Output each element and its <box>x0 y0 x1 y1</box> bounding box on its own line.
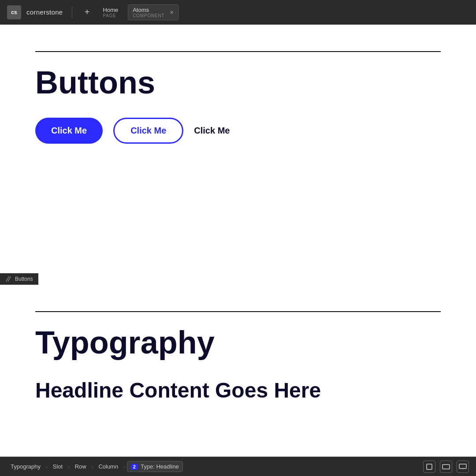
buttons-component-label: Buttons <box>0 273 38 285</box>
hatch-pattern-icon <box>5 275 12 283</box>
tab-atoms-label: Atoms <box>133 7 164 13</box>
view-desktop-button[interactable] <box>457 461 469 473</box>
type-badge[interactable]: 2 Type: Headline <box>127 461 183 472</box>
breadcrumb-typography[interactable]: Typography <box>7 461 44 472</box>
type-badge-number: 2 <box>131 464 138 470</box>
typography-content-area: Typography Headline Content Goes Here <box>0 285 476 416</box>
buttons-content-area: Buttons Click Me Click Me Click Me <box>0 25 476 161</box>
logo-icon: cs <box>7 5 21 19</box>
view-tablet-button[interactable] <box>440 461 452 473</box>
component-label-text: Buttons <box>15 276 33 282</box>
breadcrumb-column[interactable]: Column <box>95 461 122 472</box>
canvas-buttons-section: Buttons Click Me Click Me Click Me Butto… <box>0 25 476 285</box>
breadcrumb-row[interactable]: Row <box>71 461 90 472</box>
desktop-view-icon <box>459 464 467 470</box>
typography-top-rule <box>35 311 441 312</box>
canvas-typography-section: Typography Headline Content Goes Here <box>0 285 476 457</box>
add-tab-button[interactable]: + <box>81 6 93 19</box>
type-badge-label: Type: Headline <box>141 463 179 470</box>
bottom-icons-group <box>423 461 469 473</box>
section-top-rule <box>35 51 441 52</box>
mobile-view-icon <box>426 464 432 470</box>
primary-button[interactable]: Click Me <box>35 118 103 144</box>
breadcrumb-slot[interactable]: Slot <box>49 461 66 472</box>
typography-section-heading: Typography <box>35 325 441 360</box>
tab-atoms[interactable]: Atoms COMPONENT × <box>128 4 178 20</box>
tab-atoms-sublabel: COMPONENT <box>133 13 164 18</box>
tab-close-button[interactable]: × <box>170 9 173 16</box>
brand-name: cornerstone <box>26 8 63 16</box>
headline-content-text: Headline Content Goes Here <box>35 378 441 403</box>
svg-rect-2 <box>459 464 466 469</box>
bottom-status-bar: Typography › Slot › Row › Column › 2 Typ… <box>0 457 476 476</box>
text-button[interactable]: Click Me <box>194 126 230 136</box>
buttons-section-heading: Buttons <box>35 65 441 100</box>
tab-home-label: Home <box>103 7 119 13</box>
buttons-demo-row: Click Me Click Me Click Me <box>35 118 441 144</box>
top-navigation-bar: cs cornerstone + Home PAGE Atoms COMPONE… <box>0 0 476 25</box>
tablet-view-icon <box>442 464 450 469</box>
tab-home-sublabel: PAGE <box>103 13 119 18</box>
outline-button[interactable]: Click Me <box>113 118 183 144</box>
view-mobile-button[interactable] <box>423 461 435 473</box>
nav-divider <box>72 6 72 19</box>
tab-home[interactable]: Home PAGE <box>99 5 123 20</box>
